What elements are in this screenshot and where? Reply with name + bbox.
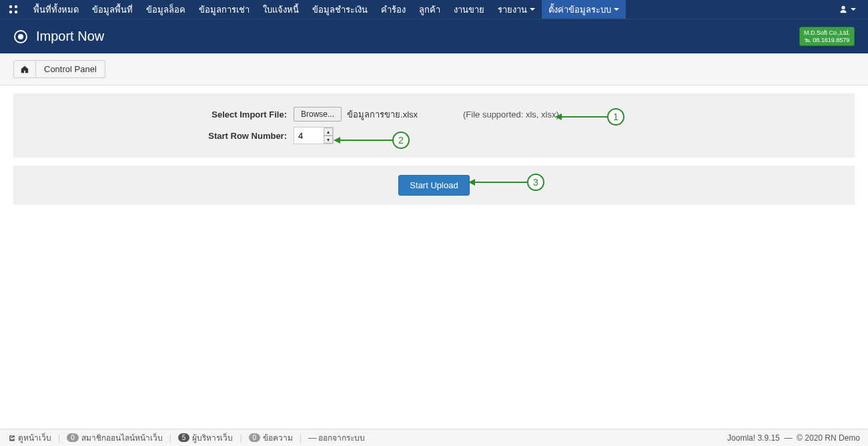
start-upload-button[interactable]: Start Upload — [398, 175, 469, 196]
logout-link[interactable]: — ออกจากระบบ — [308, 431, 365, 444]
messages-link[interactable]: 0 ข้อความ — [249, 431, 294, 444]
link-label: ออกจากระบบ — [318, 431, 365, 444]
link-label: สมาชิกออนไลน์หน้าเว็บ — [81, 431, 163, 444]
chevron-down-icon — [614, 8, 619, 11]
target-icon — [13, 29, 28, 44]
nav-label: งานขาย — [454, 3, 484, 17]
nav-item-rental-info[interactable]: ข้อมูลการเช่า — [192, 0, 256, 19]
joomla-icon[interactable] — [7, 3, 20, 16]
toolbar: Control Panel — [0, 53, 868, 85]
main-nav: พื้นที่ทั้งหมด ข้อมูลพื้นที่ ข้อมูลล็อค … — [27, 0, 626, 19]
svg-point-3 — [15, 11, 17, 13]
messages-badge: 0 — [249, 433, 261, 442]
home-button[interactable] — [13, 60, 36, 78]
nav-item-area-all[interactable]: พื้นที่ทั้งหมด — [27, 0, 85, 19]
label-select-file: Select Import File: — [13, 109, 294, 120]
nav-item-payment-info[interactable]: ข้อมูลชำระเงิน — [306, 0, 374, 19]
badge-line2: ℡ 08.1619.8579 — [804, 37, 850, 44]
version-text: Joomla! 3.9.15 — [727, 433, 780, 443]
company-badge: M.D.Soft Co.,Ltd. ℡ 08.1619.8579 — [799, 27, 855, 47]
nav-item-request[interactable]: คำร้อง — [374, 0, 412, 19]
admins-badge: 5 — [178, 433, 190, 442]
nav-item-system-settings[interactable]: ตั้งค่าข้อมูลระบบ — [542, 0, 626, 19]
nav-item-lock-info[interactable]: ข้อมูลล็อค — [139, 0, 192, 19]
page-title: Import Now — [36, 29, 104, 44]
footer-right: Joomla! 3.9.15 — © 2020 RN Demo — [727, 433, 860, 443]
file-support-hint: (File supported: xls, xlsx) — [463, 109, 559, 120]
chevron-down-icon — [851, 8, 856, 11]
nav-label: คำร้อง — [381, 3, 406, 17]
copyright-text: © 2020 RN Demo — [797, 433, 860, 443]
content-area: Select Import File: Browse... ข้อมูลการข… — [0, 93, 868, 205]
link-label: ดูหน้าเว็บ — [18, 431, 51, 444]
nav-item-customer[interactable]: ลูกค้า — [412, 0, 447, 19]
nav-item-sales[interactable]: งานขาย — [447, 0, 491, 19]
user-icon — [839, 5, 848, 14]
nav-label: พื้นที่ทั้งหมด — [33, 3, 79, 17]
page-header: Import Now M.D.Soft Co.,Ltd. ℡ 08.1619.8… — [0, 19, 868, 53]
spin-down-button[interactable]: ▼ — [324, 136, 333, 144]
label-start-row: Start Row Number: — [13, 131, 294, 141]
badge-line1: M.D.Soft Co.,Ltd. — [804, 29, 850, 37]
nav-label: รายงาน — [498, 3, 527, 17]
browse-button[interactable]: Browse... — [294, 107, 342, 122]
admins-link[interactable]: 5 ผู้บริหารเว็บ — [178, 431, 234, 444]
svg-point-0 — [9, 5, 12, 8]
nav-label: ข้อมูลล็อค — [146, 3, 185, 17]
row-select-file: Select Import File: Browse... ข้อมูลการข… — [13, 107, 855, 122]
form-panel: Select Import File: Browse... ข้อมูลการข… — [13, 93, 855, 158]
row-start-row: Start Row Number: ▲ ▼ — [13, 127, 855, 144]
nav-label: ข้อมูลพื้นที่ — [92, 3, 133, 17]
status-bar: ดูหน้าเว็บ | 0 สมาชิกออนไลน์หน้าเว็บ | 5… — [0, 429, 868, 446]
view-site-link[interactable]: ดูหน้าเว็บ — [8, 431, 51, 444]
nav-item-invoice[interactable]: ใบแจ้งหนี้ — [256, 0, 306, 19]
svg-point-5 — [18, 34, 23, 39]
top-navbar: พื้นที่ทั้งหมด ข้อมูลพื้นที่ ข้อมูลล็อค … — [0, 0, 868, 19]
control-panel-button[interactable]: Control Panel — [36, 60, 105, 78]
svg-point-1 — [15, 5, 17, 8]
nav-label: ลูกค้า — [419, 3, 440, 17]
visitors-badge: 0 — [67, 433, 79, 442]
home-icon — [20, 65, 29, 74]
nav-label: ใบแจ้งหนี้ — [263, 3, 299, 17]
button-label: Start Upload — [410, 180, 458, 190]
spin-up-button[interactable]: ▲ — [324, 128, 333, 136]
button-label: Browse... — [301, 109, 334, 119]
link-label: ผู้บริหารเว็บ — [192, 431, 233, 444]
nav-item-area-info[interactable]: ข้อมูลพื้นที่ — [85, 0, 139, 19]
link-label: ข้อความ — [263, 431, 293, 444]
actions-panel: Start Upload — [13, 166, 855, 205]
external-link-icon — [8, 434, 16, 442]
selected-filename: ข้อมูลการขาย.xlsx — [347, 107, 418, 122]
nav-label: ข้อมูลการเช่า — [199, 3, 250, 17]
nav-label: ข้อมูลชำระเงิน — [312, 3, 368, 17]
chevron-down-icon — [530, 8, 535, 11]
nav-item-report[interactable]: รายงาน — [491, 0, 542, 19]
visitors-link[interactable]: 0 สมาชิกออนไลน์หน้าเว็บ — [67, 431, 163, 444]
user-menu[interactable] — [833, 5, 861, 14]
svg-point-2 — [9, 11, 12, 13]
button-label: Control Panel — [44, 64, 97, 74]
nav-label: ตั้งค่าข้อมูลระบบ — [548, 3, 611, 17]
